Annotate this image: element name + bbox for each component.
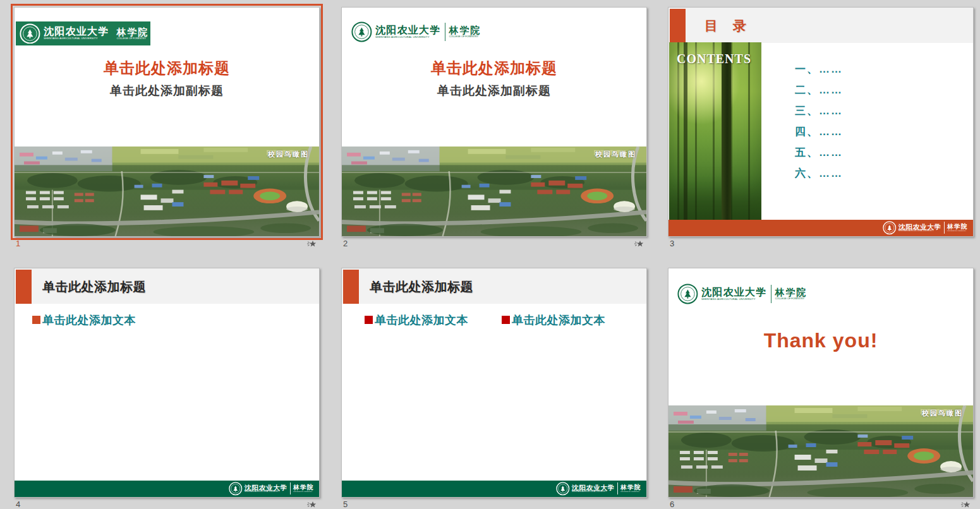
transition-star-icon [306,501,317,508]
bullet-square-icon [32,316,40,324]
slide1-subtitle: 单击此处添加副标题 [15,83,319,99]
college-name-cn: 林学院 [775,287,807,297]
college-name-en: COLLEGE OF FORESTRY [620,491,641,493]
university-name-cn: 沈阳农业大学 [375,25,441,36]
toc-item-6: 六、…… [795,166,843,187]
slide-cell-1: 沈阳农业大学 SHENYANG AGRICULTURAL UNIVERSITY … [14,7,318,254]
footer-logo: 沈阳农业大学 SHENYANG AGRICULTURAL UNIVERSITY … [556,482,641,496]
transition-star-icon [306,240,317,248]
university-name-block: 沈阳农业大学 SHENYANG AGRICULTURAL UNIVERSITY [701,287,767,301]
slide-thumbnail-1[interactable]: 沈阳农业大学 SHENYANG AGRICULTURAL UNIVERSITY … [14,7,320,237]
slide5-bullet-1: 单击此处添加文本 [365,313,468,328]
university-name-en: SHENYANG AGRICULTURAL UNIVERSITY [572,491,615,493]
university-banner-logo: 沈阳农业大学 SHENYANG AGRICULTURAL UNIVERSITY … [16,21,150,45]
footer-logo: 沈阳农业大学 SHENYANG AGRICULTURAL UNIVERSITY … [883,221,968,235]
slide-thumbnail-5[interactable]: 单击此处添加标题 单击此处添加文本 单击此处添加文本 沈阳农业大学 SHENYA… [341,268,647,498]
slide5-bullet-2: 单击此处添加文本 [502,313,605,328]
header-accent-square [670,9,686,43]
transition-star-icon [634,240,644,248]
university-seal-icon [883,221,897,235]
college-name-block: 林学院 COLLEGE OF FORESTRY [117,27,148,40]
slide-number-4: 4 [16,500,20,509]
slide-cell-3: 目 录 CONTENTS 一、…… 二、…… 三、…… 四、…… 五、…… 六、… [668,7,972,254]
university-name-en: SHENYANG AGRICULTURAL UNIVERSITY [245,491,287,493]
university-seal-icon [20,23,40,44]
footer-bar-orange: 沈阳农业大学 SHENYANG AGRICULTURAL UNIVERSITY … [668,220,973,236]
slide-number-5: 5 [343,500,348,509]
university-name-block: 沈阳农业大学 SHENYANG AGRICULTURAL UNIVERSITY [898,224,941,232]
campus-photo: 校园鸟瞰图 [668,405,973,497]
slide-thumbnail-2[interactable]: 沈阳农业大学 SHENYANG AGRICULTURAL UNIVERSITY … [341,7,647,237]
university-name-cn: 沈阳农业大学 [701,287,767,298]
university-name-cn: 沈阳农业大学 [44,27,109,37]
campus-aerial-photo-art [668,405,973,497]
college-name-block: 林学院 COLLEGE OF FORESTRY [293,484,314,493]
campus-photo: 校园鸟瞰图 [15,147,319,236]
slide5-title: 单击此处添加标题 [370,278,473,296]
bullet-text: 单击此处添加文本 [512,314,605,326]
logo-divider [290,482,291,494]
university-seal-icon [677,284,698,304]
college-name-block: 林学院 COLLEGE OF FORESTRY [775,287,807,300]
slide-meta-3: 3 [668,239,972,250]
slide-cell-6: 沈阳农业大学 SHENYANG AGRICULTURAL UNIVERSITY … [668,268,972,509]
slide-cell-4: 单击此处添加标题 单击此处添加文本 沈阳农业大学 SHENYANG AGRICU… [14,268,318,509]
slide2-title: 单击此处添加标题 [342,58,646,78]
college-name-en: COLLEGE OF FORESTRY [947,231,968,232]
bullet-text: 单击此处添加文本 [375,314,468,326]
college-name-cn: 林学院 [117,27,148,37]
slide4-bullet: 单击此处添加文本 [32,313,136,328]
slide-meta-5: 5 [341,500,646,509]
slide4-title: 单击此处添加标题 [42,278,146,296]
college-name-block: 林学院 COLLEGE OF FORESTRY [620,484,641,493]
campus-aerial-photo-art [342,147,646,236]
photo-caption: 校园鸟瞰图 [268,150,309,159]
college-name-en: COLLEGE OF FORESTRY [775,297,807,300]
photo-caption: 校园鸟瞰图 [595,150,636,159]
college-name-en: COLLEGE OF FORESTRY [293,491,314,493]
slide-number-6: 6 [670,500,674,509]
toc-item-1: 一、…… [795,62,843,83]
university-name-en: SHENYANG AGRICULTURAL UNIVERSITY [898,231,941,232]
header-accent-square [16,270,32,304]
bullet-square-icon [365,316,373,324]
university-name-block: 沈阳农业大学 SHENYANG AGRICULTURAL UNIVERSITY [375,25,441,39]
transition-star-icon [960,501,971,508]
slide-thumbnail-4[interactable]: 单击此处添加标题 单击此处添加文本 沈阳农业大学 SHENYANG AGRICU… [14,268,320,498]
college-name-block: 林学院 COLLEGE OF FORESTRY [947,224,968,232]
footer-bar-green: 沈阳农业大学 SHENYANG AGRICULTURAL UNIVERSITY … [342,481,646,497]
slide-number-1: 1 [16,239,20,248]
university-name-en: SHENYANG AGRICULTURAL UNIVERSITY [44,37,109,40]
university-logo: 沈阳农业大学 SHENYANG AGRICULTURAL UNIVERSITY … [677,284,807,304]
slide-thumbnail-3[interactable]: 目 录 CONTENTS 一、…… 二、…… 三、…… 四、…… 五、…… 六、… [668,7,974,237]
toc-list: 一、…… 二、…… 三、…… 四、…… 五、…… 六、…… [795,62,843,187]
slide-meta-6: 6 [668,500,972,509]
university-name-block: 沈阳农业大学 SHENYANG AGRICULTURAL UNIVERSITY [245,484,287,493]
campus-aerial-photo-art [15,147,319,236]
slide2-subtitle: 单击此处添加副标题 [342,83,646,99]
slide-meta-2: 2 [341,239,646,250]
logo-divider [445,23,445,41]
contents-label: CONTENTS [677,52,751,66]
college-name-en: COLLEGE OF FORESTRY [117,37,148,40]
toc-item-2: 二、…… [795,83,843,104]
slide1-title: 单击此处添加标题 [15,58,319,78]
toc-item-3: 三、…… [795,104,843,124]
toc-item-5: 五、…… [795,145,843,166]
logo-divider [771,285,771,303]
slide-thumbnail-6[interactable]: 沈阳农业大学 SHENYANG AGRICULTURAL UNIVERSITY … [668,268,974,498]
university-seal-icon [229,482,243,496]
university-name-en: SHENYANG AGRICULTURAL UNIVERSITY [375,36,441,39]
slide-meta-1: 1 [14,239,318,250]
slide-meta-4: 4 [14,500,318,509]
slide-number-2: 2 [343,239,348,248]
university-name-block: 沈阳农业大学 SHENYANG AGRICULTURAL UNIVERSITY [572,484,615,493]
slide-number-3: 3 [670,239,674,248]
university-seal-icon [556,482,570,496]
bullet-text: 单击此处添加文本 [42,314,136,326]
university-logo: 沈阳农业大学 SHENYANG AGRICULTURAL UNIVERSITY … [351,21,481,42]
forest-photo [669,42,761,220]
college-name-en: COLLEGE OF FORESTRY [449,35,481,38]
toc-header: 目 录 [705,17,752,35]
college-name-cn: 林学院 [449,25,481,35]
